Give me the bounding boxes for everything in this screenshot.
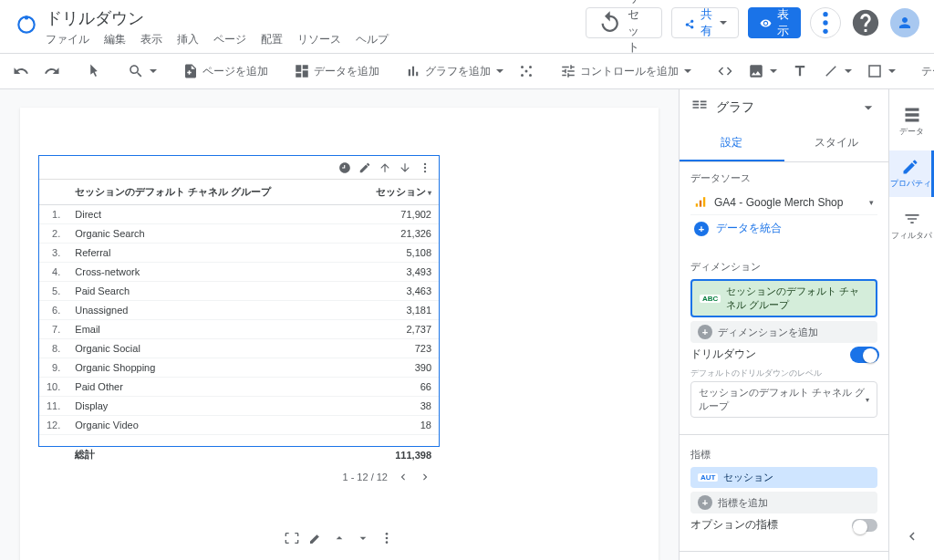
- data-source-row[interactable]: GA4 - Google Merch Shop ▾: [690, 191, 877, 215]
- blend-data-row[interactable]: + データを統合: [690, 215, 877, 242]
- rail-data[interactable]: データ: [889, 99, 934, 145]
- add-control-button[interactable]: コントロールを追加: [555, 59, 697, 83]
- menu-file[interactable]: ファイル: [46, 32, 89, 47]
- share-button[interactable]: 共有: [671, 7, 739, 38]
- table-row[interactable]: 4.Cross-network3,493: [39, 263, 439, 282]
- svg-point-1: [25, 16, 28, 19]
- add-chart-button[interactable]: グラフを追加: [400, 59, 509, 83]
- footer-more-icon[interactable]: [379, 531, 394, 545]
- redo-button[interactable]: [38, 59, 66, 83]
- zoom-dropdown[interactable]: [122, 59, 162, 83]
- help-button[interactable]: [850, 7, 881, 38]
- svg-rect-10: [869, 66, 880, 77]
- canvas[interactable]: セッションのデフォルト チャネル グループ セッション 1.Direct71,9…: [0, 89, 679, 560]
- report-page[interactable]: セッションのデフォルト チャネル グループ セッション 1.Direct71,9…: [20, 108, 659, 560]
- community-viz-button[interactable]: [513, 59, 540, 83]
- pager-next-icon[interactable]: [419, 471, 431, 483]
- table-row[interactable]: 1.Direct71,902: [39, 205, 439, 224]
- menu-insert[interactable]: 挿入: [177, 32, 199, 47]
- add-dimension-chip[interactable]: +ディメンションを追加: [690, 321, 877, 343]
- metric-chip[interactable]: AUTセッション: [690, 467, 877, 488]
- menu-edit[interactable]: 編集: [104, 32, 126, 47]
- undo-button[interactable]: [7, 59, 35, 83]
- total-label: 総計: [67, 435, 346, 466]
- drilldown-toggle[interactable]: [852, 348, 877, 361]
- table-row[interactable]: 3.Referral5,108: [39, 244, 439, 263]
- chevron-down-icon[interactable]: [859, 99, 877, 117]
- optional-metric-toggle[interactable]: [852, 519, 877, 532]
- col-dimension[interactable]: セッションのデフォルト チャネル グループ: [67, 180, 346, 205]
- optional-metric-label: オプションの指標: [690, 517, 778, 533]
- table-row[interactable]: 7.Email2,737: [39, 320, 439, 339]
- sort-up-icon[interactable]: [379, 161, 391, 174]
- svg-point-11: [424, 162, 426, 164]
- rail-filter[interactable]: フィルタパ: [889, 202, 934, 249]
- view-button[interactable]: 表示: [748, 7, 801, 38]
- edit-icon[interactable]: [358, 161, 371, 174]
- svg-point-5: [521, 66, 524, 68]
- embed-button[interactable]: [711, 59, 739, 83]
- data-table: セッションのデフォルト チャネル グループ セッション 1.Direct71,9…: [39, 180, 439, 465]
- fit-icon[interactable]: [285, 531, 299, 545]
- menu-view[interactable]: 表示: [140, 32, 162, 47]
- clock-icon[interactable]: [338, 161, 351, 174]
- table-row[interactable]: 11.Display38: [39, 397, 439, 416]
- page-footer-toolbar: [285, 531, 394, 545]
- table-row[interactable]: 2.Organic Search21,326: [39, 224, 439, 244]
- tab-style[interactable]: スタイル: [784, 126, 889, 161]
- down-icon[interactable]: [356, 531, 370, 545]
- pointer-tool[interactable]: [80, 59, 108, 83]
- toolbar: ページを追加 データを追加 グラフを追加 コントロールを追加 テーマとレイアウト…: [0, 53, 934, 89]
- table-row[interactable]: 8.Organic Social723: [39, 339, 439, 358]
- svg-point-9: [525, 70, 528, 73]
- svg-point-12: [424, 166, 426, 168]
- menu-page[interactable]: ページ: [213, 32, 246, 47]
- chart-more-icon[interactable]: [419, 161, 431, 174]
- svg-point-15: [386, 537, 389, 540]
- ga-icon: [694, 196, 707, 209]
- plus-icon: +: [694, 222, 709, 236]
- app-logo: [15, 13, 38, 36]
- document-title[interactable]: ドリルダウン: [46, 7, 389, 29]
- table-pager: 1 - 12 / 12: [39, 465, 439, 489]
- theme-button[interactable]: テーマとレイアウト: [916, 60, 934, 83]
- image-button[interactable]: [742, 59, 783, 83]
- tab-setup[interactable]: 設定: [680, 126, 784, 161]
- menu-resource[interactable]: リソース: [297, 32, 341, 47]
- table-row[interactable]: 10.Paid Other66: [39, 378, 439, 397]
- more-button[interactable]: [810, 7, 841, 38]
- menu-help[interactable]: ヘルプ: [356, 32, 389, 47]
- edit-page-icon[interactable]: [308, 531, 323, 545]
- rail-expand[interactable]: [904, 528, 920, 547]
- table-chart-icon: [690, 99, 709, 117]
- add-page-button[interactable]: ページを追加: [177, 59, 274, 83]
- svg-point-8: [529, 74, 532, 77]
- shape-button[interactable]: [861, 59, 901, 83]
- line-button[interactable]: [817, 59, 857, 83]
- svg-rect-19: [703, 197, 705, 207]
- table-row[interactable]: 9.Organic Shopping390: [39, 358, 439, 378]
- text-button[interactable]: [786, 59, 814, 83]
- up-icon[interactable]: [332, 531, 347, 545]
- table-row[interactable]: 5.Paid Search3,463: [39, 282, 439, 301]
- total-value: 111,398: [346, 435, 439, 466]
- rail-properties[interactable]: プロパティ: [889, 150, 934, 197]
- selected-chart[interactable]: セッションのデフォルト チャネル グループ セッション 1.Direct71,9…: [38, 155, 440, 447]
- pager-prev-icon[interactable]: [397, 471, 410, 483]
- drilldown-label: ドリルダウン: [690, 347, 756, 362]
- dimension-chip[interactable]: ABCセッションのデフォルト チャネル グループ: [690, 279, 877, 317]
- svg-point-4: [823, 29, 827, 34]
- add-metric-chip[interactable]: +指標を追加: [690, 492, 877, 513]
- table-row[interactable]: 12.Organic Video18: [39, 416, 439, 435]
- add-data-button[interactable]: データを追加: [288, 59, 385, 83]
- menu-arrange[interactable]: 配置: [261, 32, 283, 47]
- metric-label: 指標: [690, 448, 877, 461]
- user-avatar[interactable]: [890, 8, 919, 37]
- drilldown-default-select[interactable]: セッションのデフォルト チャネル グループ: [690, 381, 877, 418]
- col-metric[interactable]: セッション: [346, 180, 439, 205]
- sort-down-icon[interactable]: [399, 161, 411, 174]
- panel-header[interactable]: グラフ: [680, 89, 888, 126]
- table-row[interactable]: 6.Unassigned3,181: [39, 301, 439, 320]
- reset-button[interactable]: リセット: [586, 7, 662, 38]
- svg-point-2: [823, 12, 827, 16]
